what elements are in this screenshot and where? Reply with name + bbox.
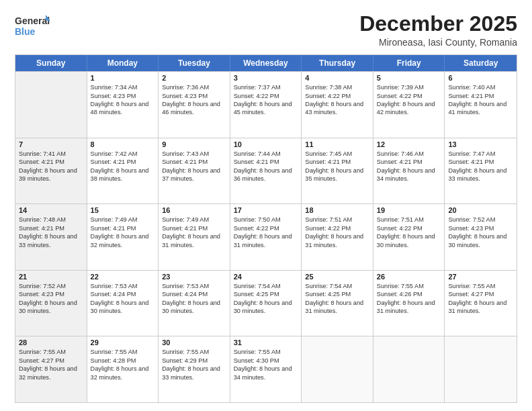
sunrise: Sunrise: 7:52 AM — [19, 282, 83, 290]
svg-text:Blue: Blue — [15, 26, 36, 37]
title-block: December 2025 Mironeasa, Iasi County, Ro… — [359, 12, 517, 48]
cal-cell: 26 Sunrise: 7:55 AM Sunset: 4:26 PM Dayl… — [373, 271, 445, 336]
cal-cell: 24 Sunrise: 7:54 AM Sunset: 4:25 PM Dayl… — [230, 271, 302, 336]
daylight: Daylight: 8 hours and 33 minutes. — [162, 365, 226, 381]
cal-cell: 27 Sunrise: 7:55 AM Sunset: 4:27 PM Dayl… — [445, 271, 517, 336]
day-number: 5 — [377, 74, 441, 82]
cal-cell: 6 Sunrise: 7:40 AM Sunset: 4:21 PM Dayli… — [445, 72, 517, 138]
cal-cell: 19 Sunrise: 7:51 AM Sunset: 4:22 PM Dayl… — [373, 204, 445, 270]
header-day-friday: Friday — [373, 55, 445, 71]
sunrise: Sunrise: 7:51 AM — [377, 216, 441, 224]
week-row-1: 1 Sunrise: 7:34 AM Sunset: 4:23 PM Dayli… — [15, 71, 517, 138]
daylight: Daylight: 8 hours and 41 minutes. — [448, 100, 513, 117]
day-number: 11 — [305, 140, 369, 148]
daylight: Daylight: 8 hours and 30 minutes. — [19, 299, 83, 316]
sunrise: Sunrise: 7:48 AM — [19, 216, 83, 224]
calendar: SundayMondayTuesdayWednesdayThursdayFrid… — [15, 54, 517, 403]
sunrise: Sunrise: 7:38 AM — [305, 83, 369, 91]
header-day-tuesday: Tuesday — [159, 55, 230, 71]
sunrise: Sunrise: 7:53 AM — [162, 282, 226, 290]
sunrise: Sunrise: 7:36 AM — [162, 83, 226, 91]
sunrise: Sunrise: 7:54 AM — [234, 282, 298, 290]
cal-cell: 4 Sunrise: 7:38 AM Sunset: 4:22 PM Dayli… — [302, 72, 373, 138]
sunrise: Sunrise: 7:49 AM — [91, 216, 155, 224]
week-row-3: 14 Sunrise: 7:48 AM Sunset: 4:21 PM Dayl… — [15, 203, 517, 270]
cal-cell: 7 Sunrise: 7:41 AM Sunset: 4:21 PM Dayli… — [15, 138, 87, 204]
sunrise: Sunrise: 7:55 AM — [377, 282, 441, 290]
daylight: Daylight: 8 hours and 38 minutes. — [91, 167, 155, 183]
sunset: Sunset: 4:22 PM — [377, 92, 441, 100]
day-number: 25 — [305, 273, 369, 281]
day-number: 6 — [448, 74, 513, 82]
day-number: 21 — [19, 273, 83, 281]
day-number: 30 — [162, 338, 226, 347]
sunrise: Sunrise: 7:34 AM — [91, 83, 155, 91]
sunrise: Sunrise: 7:40 AM — [448, 83, 513, 91]
day-number: 20 — [448, 206, 513, 214]
sunrise: Sunrise: 7:44 AM — [234, 150, 298, 158]
sunset: Sunset: 4:25 PM — [305, 290, 369, 298]
calendar-body: 1 Sunrise: 7:34 AM Sunset: 4:23 PM Dayli… — [15, 71, 517, 402]
sunrise: Sunrise: 7:46 AM — [377, 150, 441, 158]
cal-cell: 14 Sunrise: 7:48 AM Sunset: 4:21 PM Dayl… — [15, 204, 87, 270]
cal-cell — [445, 336, 517, 402]
header-day-saturday: Saturday — [445, 55, 517, 71]
cal-cell — [15, 72, 87, 138]
sunset: Sunset: 4:22 PM — [305, 92, 369, 100]
cal-cell: 12 Sunrise: 7:46 AM Sunset: 4:21 PM Dayl… — [373, 138, 445, 204]
cal-cell: 29 Sunrise: 7:55 AM Sunset: 4:28 PM Dayl… — [87, 336, 159, 402]
cal-cell: 16 Sunrise: 7:49 AM Sunset: 4:21 PM Dayl… — [159, 204, 230, 270]
cal-cell: 2 Sunrise: 7:36 AM Sunset: 4:23 PM Dayli… — [159, 72, 230, 138]
daylight: Daylight: 8 hours and 31 minutes. — [234, 232, 298, 249]
day-number: 24 — [234, 273, 298, 281]
day-number: 7 — [19, 140, 83, 148]
cal-cell: 20 Sunrise: 7:52 AM Sunset: 4:23 PM Dayl… — [445, 204, 517, 270]
daylight: Daylight: 8 hours and 37 minutes. — [162, 167, 226, 183]
cal-cell: 17 Sunrise: 7:50 AM Sunset: 4:22 PM Dayl… — [230, 204, 302, 270]
header: General Blue December 2025 Mironeasa, Ia… — [15, 12, 517, 48]
sunset: Sunset: 4:22 PM — [234, 92, 298, 100]
cal-cell: 22 Sunrise: 7:53 AM Sunset: 4:24 PM Dayl… — [87, 271, 159, 336]
sunset: Sunset: 4:22 PM — [377, 224, 441, 232]
day-number: 31 — [234, 338, 298, 347]
day-number: 2 — [162, 74, 226, 82]
sunset: Sunset: 4:23 PM — [448, 224, 513, 232]
cal-cell: 25 Sunrise: 7:54 AM Sunset: 4:25 PM Dayl… — [302, 271, 373, 336]
sunrise: Sunrise: 7:55 AM — [91, 348, 155, 356]
cal-cell: 30 Sunrise: 7:55 AM Sunset: 4:29 PM Dayl… — [159, 336, 230, 402]
sunset: Sunset: 4:23 PM — [162, 92, 226, 100]
daylight: Daylight: 8 hours and 32 minutes. — [19, 365, 83, 381]
sunset: Sunset: 4:30 PM — [234, 357, 298, 365]
logo-svg: General Blue — [15, 12, 50, 40]
week-row-2: 7 Sunrise: 7:41 AM Sunset: 4:21 PM Dayli… — [15, 138, 517, 204]
cal-cell — [373, 336, 445, 402]
daylight: Daylight: 8 hours and 30 minutes. — [448, 232, 513, 249]
daylight: Daylight: 8 hours and 31 minutes. — [162, 232, 226, 249]
day-number: 10 — [234, 140, 298, 148]
sunset: Sunset: 4:23 PM — [19, 290, 83, 298]
day-number: 12 — [377, 140, 441, 148]
logo: General Blue — [15, 12, 50, 40]
cal-cell: 10 Sunrise: 7:44 AM Sunset: 4:21 PM Dayl… — [230, 138, 302, 204]
sunrise: Sunrise: 7:45 AM — [305, 150, 369, 158]
week-row-5: 28 Sunrise: 7:55 AM Sunset: 4:27 PM Dayl… — [15, 336, 517, 402]
sunset: Sunset: 4:21 PM — [19, 224, 83, 232]
daylight: Daylight: 8 hours and 33 minutes. — [19, 232, 83, 249]
sunset: Sunset: 4:21 PM — [91, 158, 155, 166]
main-title: December 2025 — [359, 12, 517, 36]
header-day-wednesday: Wednesday — [230, 55, 302, 71]
daylight: Daylight: 8 hours and 32 minutes. — [91, 365, 155, 381]
sunrise: Sunrise: 7:55 AM — [234, 348, 298, 356]
sunset: Sunset: 4:24 PM — [91, 290, 155, 298]
svg-text:General: General — [15, 15, 50, 26]
cal-cell: 23 Sunrise: 7:53 AM Sunset: 4:24 PM Dayl… — [159, 271, 230, 336]
sunset: Sunset: 4:29 PM — [162, 357, 226, 365]
cal-cell: 13 Sunrise: 7:47 AM Sunset: 4:21 PM Dayl… — [445, 138, 517, 204]
sunrise: Sunrise: 7:53 AM — [91, 282, 155, 290]
day-number: 3 — [234, 74, 298, 82]
daylight: Daylight: 8 hours and 39 minutes. — [19, 167, 83, 183]
daylight: Daylight: 8 hours and 30 minutes. — [162, 299, 226, 316]
sunset: Sunset: 4:21 PM — [234, 158, 298, 166]
page: General Blue December 2025 Mironeasa, Ia… — [0, 0, 532, 411]
day-number: 9 — [162, 140, 226, 148]
